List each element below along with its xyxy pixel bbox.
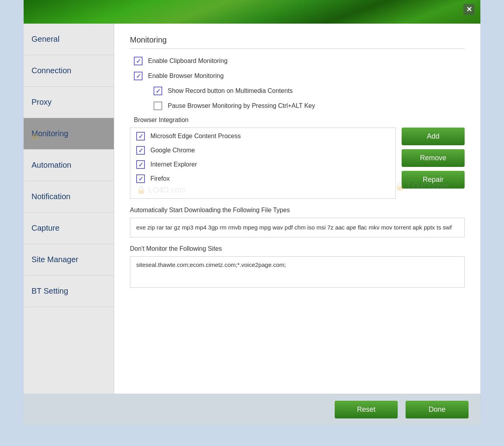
title-bar: ✕	[24, 0, 480, 24]
browser-item-firefox: ✓ Firefox	[136, 174, 389, 183]
done-button[interactable]: Done	[406, 401, 469, 418]
browser-monitoring-row: ✓ Enable Browser Monitoring	[134, 72, 465, 80]
record-button-row: ✓ Show Record button on Multimedia Conte…	[154, 87, 465, 95]
sidebar-item-automation[interactable]: Automation	[24, 150, 114, 181]
sidebar-item-proxy[interactable]: Proxy	[24, 87, 114, 118]
browser-integration-label: Browser Integration	[134, 117, 465, 124]
firefox-checkbox[interactable]: ✓	[136, 174, 145, 183]
record-button-checkbox[interactable]: ✓	[154, 87, 162, 95]
clipboard-monitoring-checkbox[interactable]: ✓	[134, 57, 143, 65]
watermark-browser: 🔒 LO4D.com	[136, 185, 389, 194]
main-window: ✕ General Connection Proxy Monitoring Au…	[24, 0, 480, 425]
sites-label: Don't Monitor the Following Sites	[130, 245, 465, 252]
file-types-box[interactable]: exe zip rar tar gz mp3 mp4 3gp rm rmvb m…	[130, 218, 465, 237]
browser-item-chrome: ✓ Google Chrome	[136, 146, 389, 155]
content-area: 🔒 LO4D.com Monitoring ✓ Enable Clipboard…	[114, 24, 480, 394]
sidebar-item-connection[interactable]: Connection	[24, 55, 114, 87]
browser-monitoring-checkbox[interactable]: ✓	[134, 72, 143, 80]
sidebar-item-notification[interactable]: Notification	[24, 181, 114, 213]
record-checkmark: ✓	[156, 87, 161, 95]
chrome-label: Google Chrome	[150, 147, 195, 154]
repair-button[interactable]: Repair	[402, 171, 465, 189]
sites-box[interactable]: siteseal.thawte.com;ecom.cimetz.com;*.vo…	[130, 256, 465, 288]
sidebar-item-bt-setting[interactable]: BT Setting	[24, 276, 114, 307]
edge-label: Microsoft Edge Content Process	[150, 133, 241, 140]
clipboard-monitoring-label: Enable Clipboard Monitoring	[148, 57, 228, 65]
browser-checkmark: ✓	[136, 72, 141, 80]
edge-checkbox[interactable]: ✓	[136, 132, 145, 141]
ie-label: Internet Explorer	[150, 161, 197, 168]
sidebar-item-capture[interactable]: Capture	[24, 213, 114, 244]
pause-browser-checkbox[interactable]	[154, 102, 162, 110]
clipboard-monitoring-row: ✓ Enable Clipboard Monitoring	[134, 57, 465, 65]
clipboard-checkmark: ✓	[136, 57, 141, 65]
browser-item-edge: ✓ Microsoft Edge Content Process	[136, 132, 389, 141]
browser-monitoring-label: Enable Browser Monitoring	[148, 72, 224, 80]
browser-list: ✓ Microsoft Edge Content Process ✓ Googl…	[130, 128, 396, 199]
sidebar: General Connection Proxy Monitoring Auto…	[24, 24, 114, 394]
edge-checkmark: ✓	[138, 133, 143, 140]
close-button[interactable]: ✕	[463, 4, 474, 15]
browser-integration-section: ✓ Microsoft Edge Content Process ✓ Googl…	[130, 128, 465, 199]
pause-browser-row: Pause Browser Monitoring by Pressing Ctr…	[154, 102, 465, 110]
browser-item-ie: ✓ Internet Explorer	[136, 160, 389, 169]
browser-action-buttons: Add Remove Repair	[402, 128, 465, 199]
add-button[interactable]: Add	[402, 128, 465, 145]
sidebar-item-site-manager[interactable]: Site Manager	[24, 244, 114, 276]
section-title: Monitoring	[130, 35, 465, 49]
ie-checkmark: ✓	[138, 161, 143, 168]
reset-button[interactable]: Reset	[335, 401, 398, 418]
remove-button[interactable]: Remove	[402, 149, 465, 167]
bottom-bar: Reset Done	[24, 394, 480, 425]
firefox-label: Firefox	[150, 175, 170, 182]
firefox-checkmark: ✓	[138, 175, 143, 183]
sidebar-item-general[interactable]: General	[24, 24, 114, 55]
record-button-label: Show Record button on Multimedia Content…	[168, 87, 293, 94]
main-content: General Connection Proxy Monitoring Auto…	[24, 24, 480, 394]
sidebar-item-monitoring[interactable]: Monitoring	[24, 118, 114, 150]
chrome-checkmark: ✓	[138, 147, 143, 154]
ie-checkbox[interactable]: ✓	[136, 160, 145, 169]
chrome-checkbox[interactable]: ✓	[136, 146, 145, 155]
pause-browser-label: Pause Browser Monitoring by Pressing Ctr…	[168, 102, 315, 109]
file-types-label: Automatically Start Downloading the Foll…	[130, 207, 465, 214]
